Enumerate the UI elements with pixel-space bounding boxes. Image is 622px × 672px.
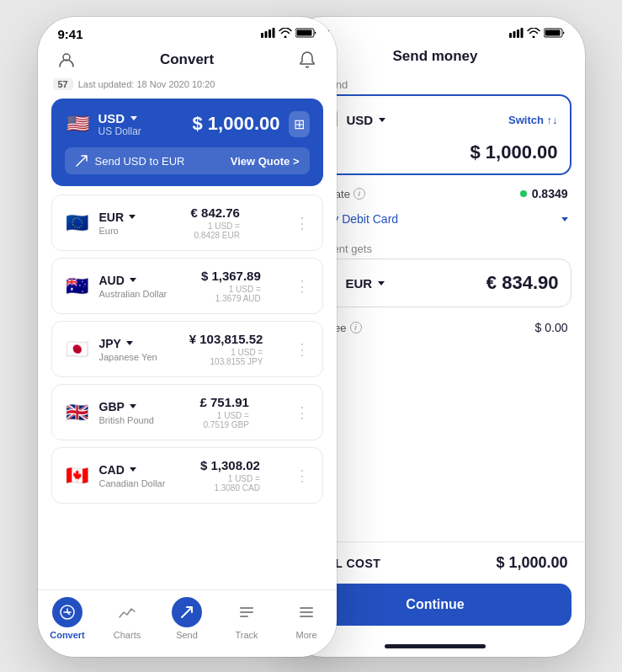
jpy-flag: 🇯🇵: [64, 336, 91, 363]
tab-convert[interactable]: Convert: [38, 597, 98, 640]
eur-chevron-icon: [129, 215, 136, 219]
list-item[interactable]: 🇦🇺 AUD Australian Dollar $ 1,367.89 1 US…: [51, 258, 323, 314]
more-tab-label: More: [295, 630, 316, 640]
cad-flag: 🇨🇦: [64, 462, 91, 489]
send-fee-value: $ 0.00: [535, 321, 568, 334]
send-quote-bar[interactable]: Send USD to EUR View Quote >: [65, 147, 310, 174]
send-tab-icon: [172, 597, 202, 627]
pay-method-chevron-icon: [561, 217, 568, 221]
tab-bar: Convert Charts Send: [38, 589, 337, 657]
wifi-icon: [279, 28, 292, 40]
svg-rect-3: [272, 28, 274, 38]
wifi-icon-2: [527, 28, 540, 40]
profile-icon[interactable]: [55, 48, 78, 72]
gbp-amount: £ 751.91: [200, 395, 249, 409]
convert-tab-icon: [52, 597, 82, 627]
eur-flag: 🇪🇺: [64, 210, 91, 237]
svg-rect-1: [264, 31, 267, 38]
currency-list: 🇪🇺 EUR Euro € 842.76 1 USD =0.8428 EUR ⋮: [51, 195, 323, 510]
cad-more-icon[interactable]: ⋮: [295, 467, 310, 485]
convert-tab-label: Convert: [50, 630, 85, 640]
page-title-2: Send money: [392, 48, 477, 65]
gbp-flag: 🇬🇧: [64, 399, 91, 426]
aud-flag: 🇦🇺: [64, 273, 91, 300]
svg-rect-8: [240, 607, 253, 609]
usd-chevron-icon: [130, 116, 137, 120]
continue-button[interactable]: Continue: [300, 584, 571, 626]
list-item[interactable]: 🇬🇧 GBP British Pound £ 751.91 1 USD =0.7…: [51, 384, 323, 440]
charts-tab-label: Charts: [114, 630, 141, 640]
tab-charts[interactable]: Charts: [98, 597, 157, 640]
update-count: 57: [53, 78, 73, 90]
tab-send[interactable]: Send: [157, 597, 217, 640]
you-send-card[interactable]: 🇺🇸 USD Switch ↑↓ $ 1,000.00: [300, 94, 571, 175]
status-icons-1: [261, 28, 316, 40]
eur-name: Euro: [99, 226, 136, 236]
send-usd-chevron-icon: [379, 118, 385, 122]
phone-convert: 9:41: [38, 17, 337, 657]
status-time-1: 9:41: [58, 27, 83, 41]
svg-rect-2: [268, 29, 271, 38]
jpy-code: JPY: [99, 337, 157, 350]
jpy-name: Japanese Yen: [99, 352, 157, 362]
svg-rect-14: [509, 33, 512, 38]
more-tab-icon: [291, 597, 322, 627]
gbp-name: British Pound: [99, 415, 154, 425]
main-content-1: 57 Last updated: 18 Nov 2020 10:20 🇺🇸 US…: [38, 78, 337, 589]
usd-selector[interactable]: 🇺🇸 USD US Dollar: [65, 110, 141, 137]
page-title-1: Convert: [160, 51, 214, 68]
jpy-more-icon[interactable]: ⋮: [295, 340, 310, 359]
gbp-code: GBP: [99, 400, 154, 413]
gbp-more-icon[interactable]: ⋮: [295, 403, 310, 422]
charts-tab-icon: [112, 597, 142, 627]
rate-info-icon[interactable]: i: [354, 188, 365, 200]
svg-rect-19: [545, 30, 560, 36]
list-item[interactable]: 🇯🇵 JPY Japanese Yen ¥ 103,815.52 1 USD =…: [51, 321, 323, 377]
tab-more[interactable]: More: [277, 597, 337, 640]
track-tab-label: Track: [235, 630, 258, 640]
jpy-rate: 1 USD =103.8155 JPY: [189, 348, 263, 366]
usd-flag: 🇺🇸: [65, 110, 92, 137]
jpy-amount: ¥ 103,815.52: [189, 332, 263, 346]
tab-track[interactable]: Track: [217, 597, 277, 640]
svg-rect-9: [240, 611, 253, 613]
bell-icon[interactable]: [295, 48, 319, 72]
aud-rate: 1 USD =1.3679 AUD: [201, 285, 261, 303]
update-text: Last updated: 18 Nov 2020 10:20: [78, 79, 215, 89]
send-arrow-icon: [75, 154, 88, 168]
cad-amount: $ 1,308.02: [200, 458, 260, 472]
svg-rect-17: [520, 28, 523, 38]
signal-icon-2: [509, 28, 524, 40]
track-tab-icon: [231, 597, 262, 627]
usd-code: USD: [98, 111, 141, 125]
svg-rect-11: [300, 607, 313, 609]
status-icons-2: [509, 28, 565, 40]
total-cost-value: $ 1,000.00: [496, 554, 567, 572]
rate-green-dot: [520, 190, 527, 197]
recipient-eur-code: EUR: [346, 276, 385, 291]
svg-rect-5: [296, 30, 311, 36]
calculator-icon[interactable]: ⊞: [289, 111, 310, 137]
recipient-eur-chevron-icon: [378, 281, 385, 285]
usd-amount: $ 1,000.00: [193, 113, 280, 135]
list-item[interactable]: 🇨🇦 CAD Canadian Dollar $ 1,308.02 1 USD …: [51, 447, 323, 504]
main-currency-card[interactable]: 🇺🇸 USD US Dollar $ 1,000.00 ⊞: [51, 99, 323, 186]
eur-more-icon[interactable]: ⋮: [295, 214, 310, 232]
svg-rect-16: [517, 29, 519, 38]
battery-icon-2: [544, 28, 565, 40]
fee-info-icon[interactable]: i: [350, 322, 362, 333]
aud-code: AUD: [99, 274, 167, 287]
gbp-rate: 1 USD =0.7519 GBP: [200, 411, 249, 429]
list-item[interactable]: 🇪🇺 EUR Euro € 842.76 1 USD =0.8428 EUR ⋮: [51, 195, 323, 251]
svg-rect-12: [300, 611, 313, 613]
send-rate-value: 0.8349: [520, 187, 568, 200]
aud-more-icon[interactable]: ⋮: [295, 277, 310, 296]
jpy-chevron-icon: [126, 341, 133, 345]
recipient-card[interactable]: 🇪🇺 EUR € 834.90: [300, 259, 571, 307]
cad-rate: 1 USD =1.3080 CAD: [200, 474, 260, 493]
view-quote-btn[interactable]: View Quote >: [231, 155, 300, 168]
svg-rect-15: [513, 31, 515, 38]
switch-button[interactable]: Switch ↑↓: [508, 114, 558, 126]
send-tab-label: Send: [176, 630, 198, 640]
battery-icon: [295, 28, 316, 40]
